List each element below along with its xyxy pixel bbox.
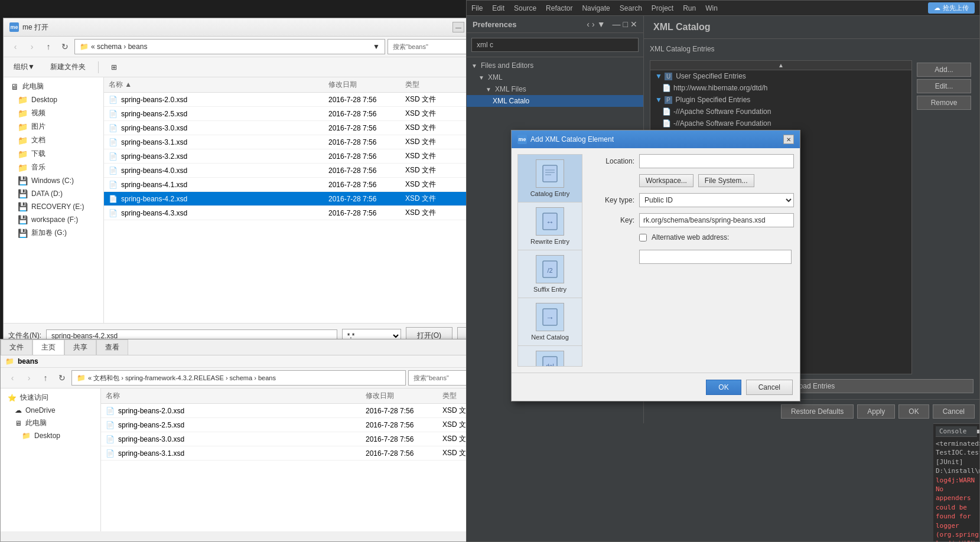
catalog-type-delegate[interactable]: del ate Catalog (518, 346, 582, 367)
sidebar-item-thispc[interactable]: 🖥 此电脑 (1, 416, 100, 430)
menu-win[interactable]: Win (705, 4, 718, 12)
menu-project[interactable]: Project (652, 4, 673, 12)
filesystem-button[interactable]: File System... (698, 174, 754, 187)
forward-button[interactable]: › (25, 40, 39, 54)
col-date-header[interactable]: 修改日期 (328, 80, 405, 90)
view-button[interactable]: ⊞ (106, 61, 122, 74)
table-row[interactable]: 📄spring-beans-3.1.xsd 2016-7-28 7:56 XSD… (104, 135, 499, 149)
organize-button[interactable]: 组织▼ (8, 60, 40, 74)
catalog-tree-item-plugin[interactable]: ▼ P Plugin Specified Entries (650, 94, 911, 106)
alt-web-checkbox[interactable] (639, 234, 647, 241)
new-folder-button[interactable]: 新建文件夹 (45, 60, 91, 74)
sidebar-item-quickaccess[interactable]: ⭐ 快速访问 (1, 391, 100, 404)
cancel-button[interactable]: Cancel (933, 404, 975, 419)
dialog-close-button[interactable]: ✕ (783, 135, 794, 144)
console-terminate-icon[interactable]: ⏹ (976, 428, 979, 435)
tree-item-xml-files[interactable]: ▼ XML Files (467, 83, 643, 95)
catalog-tree-item-hibernate[interactable]: 📄 http://www.hibernate.org/dtd/h (650, 82, 911, 94)
back-button[interactable]: ‹ (8, 40, 22, 54)
refresh-button[interactable]: ↻ (58, 40, 72, 54)
apply-button[interactable]: Apply (857, 404, 895, 419)
table-row[interactable]: 📄spring-beans-3.2.xsd 2016-7-28 7:56 XSD… (104, 149, 499, 164)
col-name-header[interactable]: 名称 ▲ (109, 80, 328, 90)
key-input[interactable] (639, 213, 794, 227)
key-type-select[interactable]: Public ID System ID URI (639, 193, 794, 207)
tab-share[interactable]: 共享 (64, 339, 96, 355)
location-input[interactable] (639, 154, 794, 168)
tab-file[interactable]: 文件 (1, 339, 32, 355)
sidebar-item-drive-f[interactable]: 💾 workspace (F:) (4, 213, 103, 226)
minimize-button[interactable]: — (452, 22, 464, 32)
sidebar-item-documents[interactable]: 📁 文档 (4, 133, 103, 147)
sidebar-item-drive-d[interactable]: 💾 DATA (D:) (4, 187, 103, 200)
breadcrumb[interactable]: 📁 « 文档和包 › spring-framework-4.3.2.RELEAS… (71, 370, 406, 386)
sidebar-item-drive-c[interactable]: 💾 Windows (C:) (4, 174, 103, 187)
sidebar-item-onedrive[interactable]: ☁ OneDrive (1, 404, 100, 416)
file-explorer-bottom[interactable]: 文件 主页 共享 查看 — □ ✕ 📁 beans ‹ › ↑ ↻ 📁 « 文档… (0, 339, 536, 542)
sidebar-item-desktop[interactable]: 📁 Desktop (1, 430, 100, 442)
table-row[interactable]: 📄spring-beans-3.0.xsd 2016-7-28 7:56 XSD… (104, 121, 499, 135)
remove-button[interactable]: Remove (917, 96, 971, 110)
sidebar-item-pictures[interactable]: 📁 图片 (4, 120, 103, 133)
catalog-type-next[interactable]: → Next Catalog (518, 298, 582, 346)
catalog-type-rewrite[interactable]: ↔ Rewrite Entry (518, 203, 582, 250)
prefs-search-input[interactable] (471, 38, 639, 52)
tab-view[interactable]: 查看 (96, 339, 128, 355)
add-xml-catalog-dialog[interactable]: me Add XML Catalog Element ✕ Catalog Ent… (511, 130, 800, 401)
catalog-type-entry[interactable]: Catalog Entry (518, 155, 582, 203)
menu-navigate[interactable]: Navigate (582, 4, 610, 12)
edit-button[interactable]: Edit... (917, 79, 971, 93)
ok-button[interactable]: OK (898, 404, 929, 419)
up-button[interactable]: ↑ (38, 371, 53, 385)
back-nav-icon[interactable]: ‹ (587, 19, 590, 29)
cloud-upload-button[interactable]: ☁ 抢先上传 (928, 2, 975, 14)
tree-item-files-and-editors[interactable]: ▼ Files and Editors (467, 60, 643, 71)
breadcrumb[interactable]: 📁 « schema › beans ▼ (74, 39, 385, 54)
sidebar-item-videos[interactable]: 📁 视频 (4, 106, 103, 120)
forward-nav-icon[interactable]: › (592, 19, 595, 29)
catalog-type-suffix[interactable]: /2 Suffix Entry (518, 250, 582, 298)
menu-file[interactable]: File (471, 4, 483, 12)
tree-item-xml-catalog[interactable]: XML Catalo (467, 95, 643, 107)
add-button[interactable]: Add... (917, 63, 971, 77)
forward-button[interactable]: › (22, 371, 36, 385)
tab-home[interactable]: 主页 (32, 339, 64, 355)
col-type-header[interactable]: 类型 (405, 80, 452, 90)
alt-web-input[interactable] (639, 250, 792, 264)
dialog-cancel-button[interactable]: Cancel (746, 380, 793, 395)
sidebar-item-drive-e[interactable]: 💾 RECOVERY (E:) (4, 200, 103, 213)
sidebar-item-downloads[interactable]: 📁 下载 (4, 147, 103, 161)
up-button[interactable]: ↑ (41, 40, 56, 54)
col-name-header[interactable]: 名称 (106, 391, 366, 401)
table-row[interactable]: 📄spring-beans-4.0.xsd 2016-7-28 7:56 XSD… (104, 164, 499, 178)
table-row[interactable]: 📄spring-beans-4.3.xsd 2016-7-28 7:56 XSD… (104, 206, 499, 220)
catalog-tree-item-user[interactable]: ▼ U User Specified Entries (650, 70, 911, 82)
catalog-tree-item-apache1[interactable]: 📄 -//Apache Software Foundation (650, 106, 911, 117)
file-dialog-open[interactable]: me me 打开 — □ ✕ ‹ › ↑ ↻ 📁 « schema › bean… (3, 18, 499, 348)
catalog-tree-item-apache2[interactable]: 📄 -//Apache Software Foundation (650, 117, 911, 129)
scroll-up-button[interactable]: ▲ (650, 61, 911, 70)
sidebar-item-desktop[interactable]: 📁 Desktop (4, 93, 103, 106)
menu-search[interactable]: Search (620, 4, 642, 12)
close-icon[interactable]: ✕ (630, 19, 637, 29)
col-date-header[interactable]: 修改日期 (366, 391, 442, 401)
sidebar-item-music[interactable]: 📁 音乐 (4, 161, 103, 174)
table-row[interactable]: 📄spring-beans-2.0.xsd 2016-7-28 7:56 XSD… (104, 93, 499, 107)
back-button[interactable]: ‹ (5, 371, 19, 385)
restore-icon[interactable]: □ (623, 19, 628, 29)
table-row[interactable]: 📄spring-beans-2.5.xsd 2016-7-28 7:56 XSD… (104, 107, 499, 121)
minimize-icon[interactable]: — (613, 19, 621, 29)
restore-defaults-button[interactable]: Restore Defaults (781, 404, 854, 419)
menu-edit[interactable]: Edit (492, 4, 504, 12)
dropdown-icon[interactable]: ▼ (597, 19, 605, 29)
menu-run[interactable]: Run (683, 4, 696, 12)
menu-refactor[interactable]: Refactor (546, 4, 572, 12)
dialog-ok-button[interactable]: OK (706, 380, 741, 395)
sidebar-item-computer[interactable]: 🖥 此电脑 (4, 80, 103, 93)
refresh-button[interactable]: ↻ (55, 371, 69, 385)
sidebar-item-drive-g[interactable]: 💾 新加卷 (G:) (4, 226, 103, 240)
menu-source[interactable]: Source (514, 4, 536, 12)
tree-item-xml[interactable]: ▼ XML (467, 71, 643, 83)
table-row[interactable]: 📄spring-beans-4.1.xsd 2016-7-28 7:56 XSD… (104, 178, 499, 192)
workspace-button[interactable]: Workspace... (639, 174, 694, 187)
